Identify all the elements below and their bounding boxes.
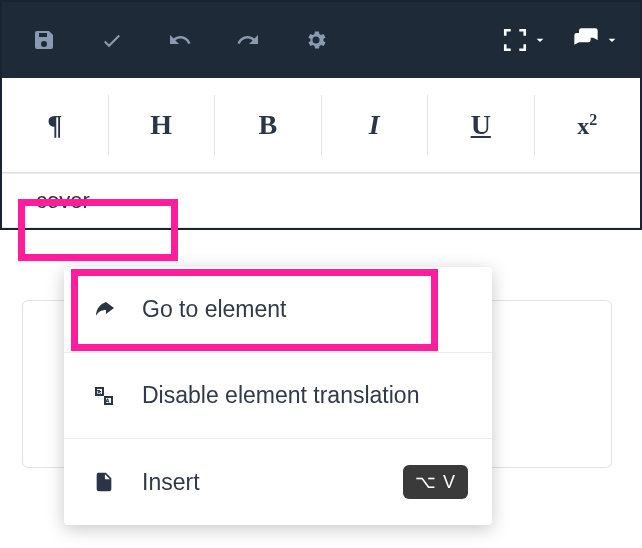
fullscreen-dropdown[interactable] (502, 27, 548, 53)
breadcrumb-bar: cover (2, 173, 640, 228)
fullscreen-icon (502, 27, 528, 53)
format-toolbar: ¶ H B I U x2 (2, 78, 640, 173)
underline-button[interactable]: U (428, 95, 535, 155)
comments-dropdown[interactable] (572, 26, 620, 54)
insert-file-icon (88, 471, 120, 493)
chevron-down-icon (532, 32, 548, 48)
save-button[interactable] (22, 18, 66, 62)
breadcrumb-item[interactable]: cover (34, 184, 92, 218)
chevron-down-icon (604, 32, 620, 48)
menu-item-label: Go to element (142, 296, 286, 323)
menu-item-goto-element[interactable]: Go to element (64, 267, 492, 353)
save-icon (32, 28, 56, 52)
confirm-button[interactable] (90, 18, 134, 62)
translate-icon (88, 384, 120, 408)
italic-button[interactable]: I (322, 95, 429, 155)
share-arrow-icon (88, 298, 120, 322)
redo-icon (236, 28, 260, 52)
undo-icon (168, 28, 192, 52)
menu-item-insert[interactable]: Insert ⌥ V (64, 439, 492, 525)
keyboard-shortcut: ⌥ V (403, 465, 468, 499)
check-icon (100, 28, 124, 52)
heading-button[interactable]: H (109, 95, 216, 155)
top-toolbar (2, 2, 640, 78)
undo-button[interactable] (158, 18, 202, 62)
paragraph-button[interactable]: ¶ (2, 95, 109, 155)
settings-button[interactable] (294, 18, 338, 62)
menu-item-label: Insert (142, 469, 200, 496)
comments-icon (572, 26, 600, 54)
context-menu: Go to element Disable element translatio… (64, 267, 492, 525)
bold-button[interactable]: B (215, 95, 322, 155)
pilcrow-icon: ¶ (47, 109, 62, 141)
menu-item-label: Disable element translation (142, 382, 419, 409)
gear-icon (304, 28, 328, 52)
superscript-button[interactable]: x2 (535, 95, 641, 155)
redo-button[interactable] (226, 18, 270, 62)
menu-item-disable-translation[interactable]: Disable element translation (64, 353, 492, 439)
